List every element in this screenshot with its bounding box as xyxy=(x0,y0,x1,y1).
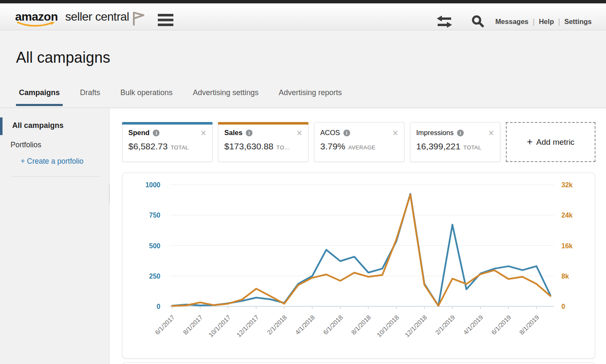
x-axis-tick: 4/1/2018 xyxy=(294,314,316,336)
menu-icon[interactable] xyxy=(158,14,173,27)
metric-value: 3.79% xyxy=(320,141,346,151)
left-axis-tick: 750 xyxy=(149,212,160,219)
tab-advertising-reports[interactable]: Advertising reports xyxy=(279,88,342,108)
top-navbar: amazon seller central Messages | Help | … xyxy=(0,3,606,30)
left-axis-tick: 500 xyxy=(149,242,160,250)
right-axis-tick: 8k xyxy=(561,273,569,280)
metric-card-sales[interactable]: Sales i × $173,630.88 TO… xyxy=(218,122,308,162)
metric-unit: TO… xyxy=(276,144,290,151)
content-area: All campaigns Portfolios + Create a port… xyxy=(0,109,606,364)
left-axis-tick: 250 xyxy=(149,273,160,280)
sidebar-divider xyxy=(11,176,100,177)
sidebar-active-accent xyxy=(0,117,3,135)
metric-card-spend[interactable]: Spend i × $6,582.73 TOTAL xyxy=(122,122,213,162)
chart-card: 002508k50016k75024k100032k6/1/20178/1/20… xyxy=(122,173,595,359)
metric-cards-row: Spend i × $6,582.73 TOTAL Sales i × $173… xyxy=(122,122,595,162)
page-title: All campaigns xyxy=(16,49,110,66)
metric-unit: TOTAL xyxy=(463,144,481,151)
info-icon[interactable]: i xyxy=(153,130,159,136)
info-icon[interactable]: i xyxy=(457,130,464,136)
help-link[interactable]: Help xyxy=(539,18,554,26)
nav-separator: | xyxy=(533,17,535,26)
amazon-seller-central-logo[interactable]: amazon seller central xyxy=(15,10,129,24)
x-axis-tick: 8/1/2018 xyxy=(350,314,372,336)
x-axis-tick: 8/1/2017 xyxy=(181,314,204,336)
close-icon[interactable]: × xyxy=(393,130,398,136)
metric-value: $173,630.88 xyxy=(224,141,274,151)
add-metric-button[interactable]: + Add metric xyxy=(506,122,595,162)
nav-separator: | xyxy=(558,17,560,26)
right-axis-tick: 0 xyxy=(561,303,565,310)
add-metric-label: Add metric xyxy=(536,138,574,147)
metric-unit: TOTAL xyxy=(170,144,189,151)
flag-icon[interactable] xyxy=(130,10,146,27)
sidebar: All campaigns Portfolios + Create a port… xyxy=(0,109,109,364)
messages-link[interactable]: Messages xyxy=(495,18,529,26)
sales-line xyxy=(172,195,550,306)
x-axis-tick: 12/1/2018 xyxy=(403,314,428,338)
seller-central-logo-text: seller central xyxy=(65,10,129,23)
left-axis-tick: 1000 xyxy=(145,181,160,189)
x-axis-tick: 4/1/2019 xyxy=(462,314,484,336)
spend-line xyxy=(172,194,550,306)
create-portfolio-link[interactable]: + Create a portfolio xyxy=(21,157,83,166)
tab-bar: Campaigns Drafts Bulk operations Adverti… xyxy=(19,88,342,108)
metric-label: Sales xyxy=(224,129,242,137)
x-axis-tick: 6/1/2018 xyxy=(322,314,344,336)
metric-unit: AVERAGE xyxy=(348,144,376,151)
metric-label: Spend xyxy=(128,129,149,137)
top-black-strip xyxy=(0,0,606,3)
close-icon[interactable]: × xyxy=(489,130,494,136)
main-panel: Spend i × $6,582.73 TOTAL Sales i × $173… xyxy=(110,109,606,364)
x-axis-tick: 10/1/2017 xyxy=(207,314,232,338)
left-axis-tick: 0 xyxy=(157,303,160,310)
metric-value: 16,399,221 xyxy=(416,141,460,151)
x-axis-tick: 6/1/2017 xyxy=(154,314,176,336)
settings-link[interactable]: Settings xyxy=(564,18,592,26)
metric-value: $6,582.73 xyxy=(128,141,167,151)
search-icon[interactable] xyxy=(471,14,484,28)
spend-accent-bar xyxy=(122,122,213,125)
x-axis-tick: 2/1/2019 xyxy=(434,314,456,336)
right-axis-tick: 16k xyxy=(561,242,573,250)
close-icon[interactable]: × xyxy=(201,130,206,136)
sidebar-item-all-campaigns[interactable]: All campaigns xyxy=(12,121,64,130)
close-icon[interactable]: × xyxy=(297,130,302,136)
right-axis-tick: 32k xyxy=(561,181,573,189)
info-icon[interactable]: i xyxy=(246,130,252,136)
amazon-swoosh-icon xyxy=(16,21,55,27)
page-header: All campaigns Campaigns Drafts Bulk oper… xyxy=(0,30,606,108)
metric-label: ACOS xyxy=(320,129,340,137)
sales-accent-bar xyxy=(218,122,308,125)
right-axis-tick: 24k xyxy=(561,212,573,219)
tab-campaigns[interactable]: Campaigns xyxy=(19,88,60,108)
x-axis-tick: 6/1/2019 xyxy=(490,314,512,336)
metric-label: Impressions xyxy=(416,129,454,137)
metric-card-acos[interactable]: ACOS i × 3.79% AVERAGE xyxy=(314,122,404,162)
swap-accounts-icon[interactable] xyxy=(437,16,452,28)
nav-links: Messages | Help | Settings xyxy=(495,17,592,26)
x-axis-tick: 12/1/2017 xyxy=(235,314,260,338)
x-axis-tick: 8/1/2019 xyxy=(518,314,540,336)
sidebar-item-portfolios[interactable]: Portfolios xyxy=(11,141,41,149)
tab-advertising-settings[interactable]: Advertising settings xyxy=(193,88,258,108)
info-icon[interactable]: i xyxy=(343,130,350,136)
x-axis-tick: 10/1/2018 xyxy=(375,314,400,338)
campaign-performance-chart[interactable]: 002508k50016k75024k100032k6/1/20178/1/20… xyxy=(122,173,595,358)
plus-icon: + xyxy=(527,136,532,148)
x-axis-tick: 2/1/2018 xyxy=(266,314,288,336)
metric-card-impressions[interactable]: Impressions i × 16,399,221 TOTAL xyxy=(410,122,500,162)
next-section-card-edge xyxy=(122,362,595,364)
tab-drafts[interactable]: Drafts xyxy=(80,88,100,108)
tab-bulk-operations[interactable]: Bulk operations xyxy=(120,88,173,108)
